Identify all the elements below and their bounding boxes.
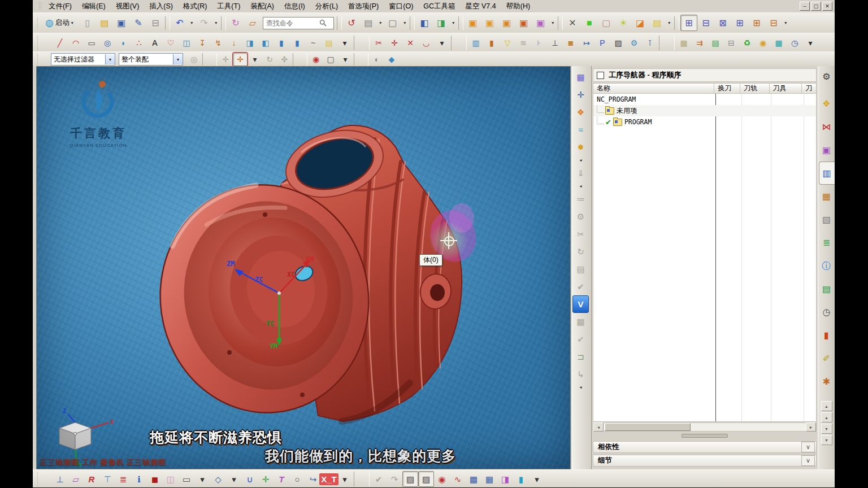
dd[interactable]: ▾ <box>802 35 818 51</box>
generate-toolpath-icon[interactable]: ⇓ <box>572 164 589 182</box>
create-operation-dialog-icon[interactable]: ▥ <box>468 35 484 51</box>
confirm-toolpath-icon[interactable]: ✔ <box>572 278 589 295</box>
column-partial[interactable]: 刀 <box>802 84 816 93</box>
intersection-curve-icon[interactable]: ↯ <box>210 35 226 51</box>
layer-colors-icon[interactable]: ≣ <box>115 471 131 487</box>
radius-dimension-icon[interactable]: R <box>84 471 99 487</box>
redo-icon[interactable]: ↷ <box>196 15 212 31</box>
dd[interactable]: ▾ <box>248 53 262 66</box>
list-toolpath-icon[interactable]: ↳ <box>572 365 589 383</box>
undo-icon[interactable]: ↶ <box>171 15 188 31</box>
fit-spline-icon[interactable]: ~ <box>305 35 321 51</box>
internet-tab[interactable]: ⓘ <box>818 254 835 277</box>
history-tab[interactable]: ◷ <box>818 300 835 324</box>
background-color-icon[interactable]: ▢ <box>384 15 401 31</box>
menu-insert[interactable]: 插入(S) <box>144 1 178 12</box>
snap-active-icon[interactable]: ✛ <box>233 53 248 66</box>
collapse-all-icon[interactable]: ⊟ <box>765 15 782 31</box>
menu-assemblies[interactable]: 装配(A) <box>245 1 279 12</box>
menu-window[interactable]: 窗口(O) <box>384 1 418 12</box>
column-name[interactable]: 名称 <box>593 84 714 93</box>
section-hatch-x-icon[interactable]: ▨ <box>402 471 418 487</box>
expand-all-icon[interactable]: ⊞ <box>748 15 765 31</box>
hook-curve-icon[interactable]: ↪ <box>305 471 321 487</box>
machining-method-view-icon[interactable]: ⊞ <box>731 15 748 31</box>
orbit-view-icon[interactable]: ↺ <box>343 15 360 31</box>
studio-light-icon[interactable]: ☀ <box>615 15 632 31</box>
open-file-icon[interactable]: ▤ <box>96 15 113 31</box>
dd[interactable]: ▾ <box>194 471 210 487</box>
selection-filter-dropdown[interactable]: 无选择过滤器 ▼ <box>51 53 115 66</box>
scroll-bottom-button[interactable]: ▼ <box>821 435 832 445</box>
scroll-up-button[interactable]: ▲ <box>821 412 832 422</box>
toolpath-redo-icon[interactable]: ↷ <box>387 471 402 487</box>
art-spline-icon[interactable]: ∿ <box>450 471 466 487</box>
rotate-object-icon[interactable]: ↻ <box>227 15 244 31</box>
menu-help[interactable]: 帮助(H) <box>501 1 535 12</box>
delete-face-icon[interactable]: ▣ <box>515 15 532 31</box>
menu-xingkong[interactable]: 星空 V7.4 <box>461 1 501 12</box>
templates-tab[interactable]: ≣ <box>818 231 835 254</box>
cavity-mill-icon[interactable]: ◙ <box>563 35 579 51</box>
create-tool-icon[interactable]: ✛ <box>572 86 589 103</box>
csys-tool-icon[interactable]: ✛ <box>258 471 274 487</box>
dd[interactable]: ◂ <box>572 156 589 164</box>
search-input[interactable] <box>265 19 319 28</box>
web-browser-tab[interactable]: ▤ <box>818 277 835 300</box>
navigator-horizontal-scrollbar[interactable]: ◂ ▸ <box>593 422 817 432</box>
menu-analysis[interactable]: 分析(L) <box>310 1 343 12</box>
dd[interactable]: ▾ <box>212 15 220 31</box>
shop-documentation-icon[interactable]: ▤ <box>708 35 723 51</box>
arc-icon[interactable]: ◠ <box>68 35 84 51</box>
drill-tool-icon[interactable]: ⊥ <box>547 35 563 51</box>
dd[interactable]: ▾ <box>450 15 457 31</box>
toolbar-grip[interactable] <box>36 17 40 29</box>
shaded-display-icon[interactable]: ■ <box>581 15 598 31</box>
analysis-ruler-icon[interactable]: ▮ <box>513 471 529 487</box>
sync-recycle-icon[interactable]: ♻ <box>739 35 755 51</box>
combined-projection-icon[interactable]: ↧ <box>194 35 210 51</box>
pocket-tool-icon[interactable]: ∪ <box>242 471 258 487</box>
geometry-view-icon[interactable]: ⊠ <box>714 15 731 31</box>
chevron-down-icon[interactable]: ∨ <box>801 442 815 452</box>
divide-curve-icon[interactable]: ✕ <box>402 35 418 51</box>
copy-face-icon[interactable]: ▣ <box>498 15 515 31</box>
clip-section-icon[interactable]: ◐ <box>370 53 384 66</box>
dd[interactable]: ▾ <box>666 15 673 31</box>
toolpath-ghost-icon[interactable]: ≋ <box>515 35 531 51</box>
scroll-left-arrow[interactable]: ◂ <box>593 422 604 432</box>
verify-toolpath-icon[interactable]: V <box>572 295 589 313</box>
sketch-icon[interactable]: ♡ <box>163 35 179 51</box>
edit-object-display-icon[interactable]: ▦ <box>481 471 497 487</box>
tree-row-program[interactable]: ✔ PROGRAM <box>593 116 816 128</box>
measure-bodies-icon[interactable]: ▱ <box>68 471 84 487</box>
studio-surface-icon[interactable]: ◗ <box>115 35 131 51</box>
print-document-icon[interactable]: ⊟ <box>723 35 739 51</box>
sheet-body-icon[interactable]: ▤ <box>321 35 337 51</box>
approve-toolpath-icon[interactable]: ✔ <box>572 330 589 348</box>
dd[interactable]: ▾ <box>226 471 242 487</box>
trim-corner-icon[interactable]: ✛ <box>387 35 402 51</box>
scroll-right-arrow[interactable]: ▸ <box>806 422 816 432</box>
section-curve-icon[interactable]: ↓ <box>226 35 242 51</box>
column-toolpath[interactable]: 刀轨 <box>740 84 770 93</box>
scrollbar-thumb[interactable] <box>605 423 691 431</box>
menu-information[interactable]: 信息(I) <box>279 1 310 12</box>
dd[interactable]: ◂ <box>572 383 589 391</box>
menu-view[interactable]: 视图(V) <box>111 1 145 12</box>
operation-navigator-tab[interactable]: ▥ <box>819 162 835 185</box>
export-parasolid-icon[interactable]: X_T <box>321 471 337 487</box>
create-operation-icon[interactable]: ✸ <box>572 138 589 156</box>
navigator-tree[interactable]: NC_PROGRAM 未用项 ✔ PROGRAM <box>593 94 817 422</box>
line-icon[interactable]: ╱ <box>52 35 68 51</box>
machine-simulation-icon[interactable]: ▦ <box>572 313 589 330</box>
menu-edit[interactable]: 编辑(E) <box>77 1 111 12</box>
folder-options-icon[interactable]: ▤ <box>649 15 666 31</box>
menu-file[interactable]: 文件(F) <box>44 1 77 12</box>
shaded-object-icon[interactable]: ◆ <box>384 53 399 66</box>
filter-funnel-icon[interactable]: ▽ <box>500 35 515 51</box>
arrange-window-icon[interactable]: ▱ <box>244 15 261 31</box>
program-order-view-icon[interactable]: ⊞ <box>680 15 697 31</box>
rectangle-icon[interactable]: ▭ <box>84 35 99 51</box>
output-toolpath-icon[interactable]: ↦ <box>579 35 594 51</box>
